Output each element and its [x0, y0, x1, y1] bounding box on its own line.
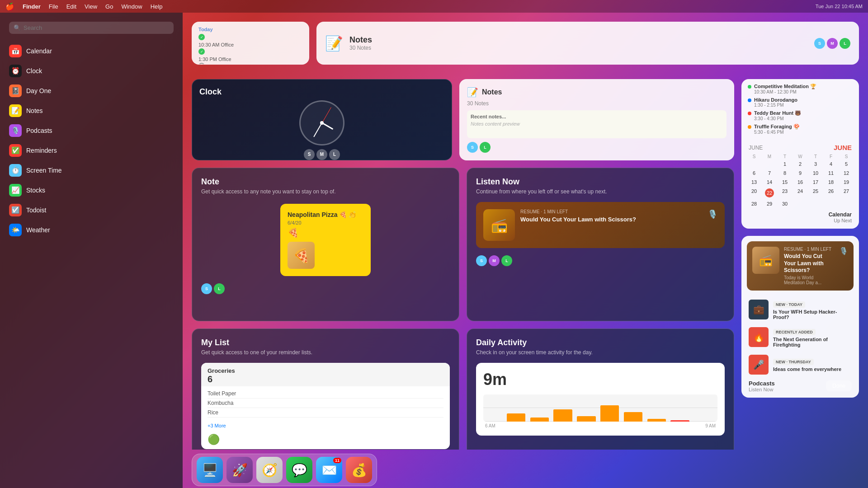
sidebar-item-notes[interactable]: 📝 Notes [4, 101, 179, 121]
note-listen-row: Note Get quick access to any note you wa… [192, 168, 734, 321]
messages-icon: 💬 [292, 463, 307, 478]
clock-size-l[interactable]: L [329, 149, 340, 160]
dock-inner: 🖥️ 🚀 🧭 💬 ✉️ 11 💰 [192, 454, 377, 486]
menu-file[interactable]: File [49, 3, 58, 10]
sidebar-label-reminders: Reminders [26, 147, 57, 154]
dock-messages[interactable]: 💬 [286, 457, 312, 483]
menu-go[interactable]: Go [105, 3, 113, 10]
sidebar-item-todoist[interactable]: ☑️ Todoist [4, 200, 179, 220]
dock-finder[interactable]: 🖥️ [197, 457, 223, 483]
sidebar-label-podcasts: Podcasts [26, 127, 52, 134]
search-input[interactable] [24, 24, 169, 31]
main-content: Today ✓ 10:30 AM Office ✓ 1:30 PM Office… [183, 13, 868, 450]
podcast-play-icon[interactable]: 🎙️ [708, 209, 717, 219]
clock-size-m[interactable]: M [316, 149, 327, 160]
podcast-tag-1: RECENTLY ADDED [773, 329, 816, 335]
weather-icon: 🌤️ [9, 224, 22, 236]
sidebar-item-weather[interactable]: 🌤️ Weather [4, 220, 179, 240]
reminder-check-1: ✓ [198, 48, 205, 55]
sidebar-list: 📅 Calendar ⏰ Clock 📓 Day One 📝 Notes 🎙️ … [0, 41, 183, 240]
podcast-app-icon: 🎙️ [839, 247, 848, 255]
notes-icon: 📝 [9, 104, 22, 117]
cal-dates: 12345 6789101112 13141516171819 20222324… [741, 160, 859, 208]
grocery-card: Groceries 6 Toilet Paper Kombucha Rice +… [201, 363, 450, 449]
menu-help[interactable]: Help [151, 3, 163, 10]
clock-face [299, 100, 344, 145]
cal-month-header: JUNE JUNE [741, 140, 859, 153]
podcast-title: Would You Cut Your Lawn with Scissors? [520, 216, 702, 224]
top-partial-row: Today ✓ 10:30 AM Office ✓ 1:30 PM Office… [192, 22, 859, 65]
podcast-tag-2: NEW · THURSDAY [773, 359, 814, 365]
reminder-item-2: 6:45 PM Campus Info [198, 63, 302, 65]
note-widget-desc: Get quick access to any note you want to… [201, 188, 450, 195]
cal-event-2: Teddy Bear Hunt 🐻 3:30 - 4:30 PM [748, 110, 853, 121]
activity-labels: 6 AM 9 AM [483, 423, 717, 428]
menu-view[interactable]: View [85, 3, 97, 10]
sidebar-item-reminders[interactable]: ✅ Reminders [4, 141, 179, 160]
podcast-list-item-1[interactable]: 🔥 RECENTLY ADDED The Next Generation of … [741, 324, 859, 351]
cal-dot-1 [748, 99, 751, 102]
cal-year: JUNE [749, 145, 763, 151]
cal-footer-title: Calendar [749, 211, 852, 218]
list-activity-row: My List Get quick access to one of your … [192, 328, 734, 450]
note-card-container: Neapolitan Pizza 🍕 👏 6/4/20 🍕 🍕 [201, 204, 450, 276]
dock-safari[interactable]: 🧭 [256, 457, 283, 483]
notes-top-info: Notes 30 Notes [349, 35, 372, 51]
clock-notes-row: Clock S M L [192, 79, 734, 160]
right-column: Competitive Meditation 🏆 10:30 AM - 12:3… [741, 79, 859, 450]
done-button[interactable]: Done [826, 380, 852, 391]
clock-size-options: S M L [297, 149, 347, 160]
dock-mail[interactable]: ✉️ 11 [316, 457, 342, 483]
listen-avatar-s: S [476, 255, 487, 266]
menu-window[interactable]: Window [121, 3, 142, 10]
menu-edit[interactable]: Edit [66, 3, 76, 10]
dock-launchpad[interactable]: 🚀 [226, 457, 253, 483]
clock-center-dot [320, 121, 324, 125]
sidebar: 🔍 📅 Calendar ⏰ Clock 📓 Day One 📝 Notes 🎙… [0, 13, 183, 488]
sidebar-item-podcasts[interactable]: 🎙️ Podcasts [4, 121, 179, 141]
podcast-resume-main[interactable]: 📻 RESUME · 1 MIN LEFT Would You Cut Your… [747, 241, 854, 291]
cal-event-time-2: 3:30 - 4:30 PM [754, 116, 801, 121]
grocery-more[interactable]: +3 More [201, 421, 450, 430]
notes-top-title: Notes [349, 35, 372, 45]
podcast-list-item-0[interactable]: 💼 NEW · TODAY Is Your WFH Setup Hacker-P… [741, 296, 859, 324]
calendar-widget: Competitive Meditation 🏆 10:30 AM - 12:3… [741, 79, 859, 229]
finder-icon: 🖥️ [202, 463, 218, 478]
dock: 🖥️ 🚀 🧭 💬 ✉️ 11 💰 [183, 450, 868, 486]
sidebar-item-calendar[interactable]: 📅 Calendar [4, 41, 179, 61]
podcast-info-2: NEW · THURSDAY Ideas come from everywher… [773, 357, 841, 372]
sidebar-item-clock[interactable]: ⏰ Clock [4, 61, 179, 81]
my-list-widget: My List Get quick access to one of your … [192, 328, 459, 450]
search-icon: 🔍 [14, 24, 21, 31]
screentime-icon: ⏱️ [9, 164, 22, 177]
sidebar-label-weather: Weather [26, 226, 50, 234]
clock-widget: Clock S M L [192, 79, 452, 160]
podcast-list-item-2[interactable]: 🎤 NEW · THURSDAY Ideas come from everywh… [741, 351, 859, 378]
ns-avatar-s: S [467, 142, 478, 153]
sidebar-item-dayone[interactable]: 📓 Day One [4, 81, 179, 101]
reminder-check-0: ✓ [198, 34, 205, 40]
cal-event-3: Truffle Foraging 🍄 5:30 - 6:45 PM [748, 124, 853, 135]
note-food-image: 🍕 [288, 242, 315, 269]
podcast-info-1: RECENTLY ADDED The Next Generation of Fi… [773, 327, 852, 347]
reminders-icon: ✅ [9, 144, 22, 157]
note-widget: Note Get quick access to any note you wa… [192, 168, 459, 321]
cal-event-title-0: Competitive Meditation 🏆 [754, 84, 816, 89]
dock-finance[interactable]: 💰 [346, 457, 372, 483]
clock-size-s[interactable]: S [304, 149, 315, 160]
note-avatar-row: S L [201, 283, 450, 294]
mail-icon: ✉️ [321, 463, 337, 478]
sidebar-item-stocks[interactable]: 📈 Stocks [4, 180, 179, 200]
clock-icon: ⏰ [9, 65, 22, 77]
notes-small-count: 30 Notes [467, 100, 726, 107]
apple-menu[interactable]: 🍎 [5, 2, 14, 11]
sidebar-item-screentime[interactable]: ⏱️ Screen Time [4, 160, 179, 180]
menu-finder[interactable]: Finder [23, 3, 41, 10]
activity-label-1: 9 AM [705, 423, 716, 428]
podcast-resume-card[interactable]: 📻 RESUME · 1 MIN LEFT Would You Cut Your… [476, 202, 725, 248]
grocery-count: 6 [208, 374, 235, 385]
search-bar[interactable]: 🔍 [9, 22, 174, 34]
reminder-item-1: ✓ 1:30 PM Office [198, 48, 302, 63]
podcast-resume-badge: RESUME · 1 MIN LEFT [784, 247, 835, 252]
daily-activity-desc: Check in on your screen time activity fo… [476, 349, 725, 356]
